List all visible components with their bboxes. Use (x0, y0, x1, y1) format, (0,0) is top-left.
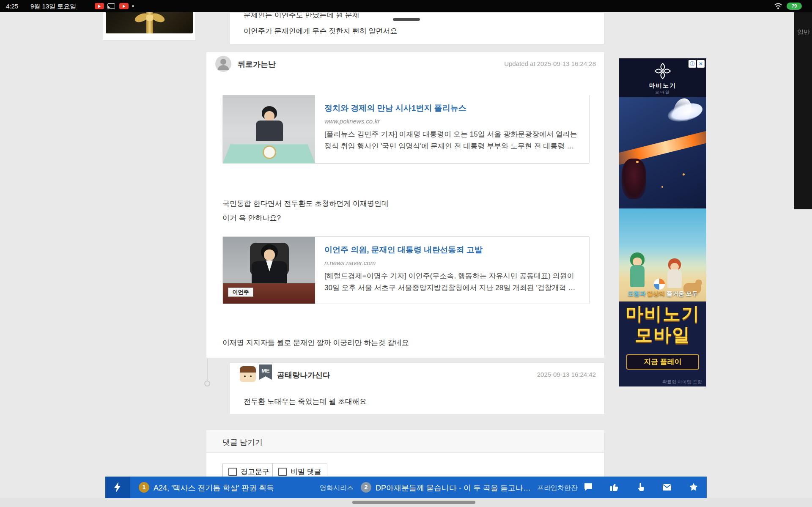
reply-author[interactable]: 곰태랑나가신다 (277, 370, 330, 380)
news-anchor-image (223, 95, 315, 163)
anchor-body-shape (256, 121, 283, 141)
youtube-icon-2[interactable] (119, 3, 129, 9)
avatar[interactable] (215, 56, 231, 72)
ticker-item-2-title[interactable]: DP아재분들께 묻습니다 - 이 두 곡을 듣고나서 ... (376, 483, 532, 493)
ad-banner[interactable]: ⓘ ✕ 마비노기 모바일 (619, 58, 706, 386)
star-icon[interactable] (689, 482, 699, 492)
link-description: [헤럴드경제=이명수 기자] 이언주(무소속, 행동하는 자유시민 공동대표) … (324, 270, 580, 294)
anchor-face-shape (264, 111, 274, 121)
link-title[interactable]: 이언주 의원, 문재인 대통령 내란선동죄 고발 (324, 244, 580, 255)
ad-brand-sub: 모바일 (619, 90, 706, 95)
link-description: [폴리뉴스 김민주 기자] 이재명 대통령이 오는 15일 서울 광화문광장에서… (324, 129, 580, 152)
bottom-bar: 1 A24, '텍사스 전기톱 학살' 판권 획득 영화시리즈 2 DP아재분들… (105, 477, 707, 498)
side-panel: 일반 (794, 12, 812, 209)
warning-checkbox[interactable] (228, 468, 237, 476)
link-url: n.news.naver.com (324, 259, 580, 266)
gift-knot-shape (146, 15, 153, 21)
podium-emblem-shape (263, 145, 276, 159)
previous-comment-card: 문제인는 이언주도 만났는데 뭔 문제 이언주가 문재인에게 무슨 짓한지 뻔히… (229, 12, 605, 44)
me-badge: ME (259, 364, 272, 380)
previous-comment-line2: 이언주가 문재인에게 무슨 짓한지 뻔히 알면서요 (244, 26, 398, 36)
ad-tagline-part2: 일상의 (645, 290, 665, 297)
warrior-silhouette-shape (622, 159, 646, 199)
link-url: www.polinews.co.kr (324, 118, 580, 125)
spark-shape (661, 186, 663, 188)
notification-dot-icon (132, 5, 134, 7)
youtube-icon[interactable] (95, 3, 104, 9)
ticker-item-2-category[interactable]: 프라임차한잔 (537, 484, 578, 493)
spark-shape (636, 161, 639, 163)
person-icon (215, 56, 231, 72)
desk-nameplate: 이언주 (228, 288, 253, 297)
link-preview-polinews[interactable]: 정치와 경제의 만남 시사1번지 폴리뉴스 www.polinews.co.kr… (222, 95, 590, 164)
rank-1-badge: 1 (139, 482, 149, 493)
girl-body-shape (630, 265, 645, 287)
thread-connector-line (207, 359, 208, 381)
comment-paragraph-3: 이재명 지지자들 뭘로 문재인 깔까 이궁리만 하는것 같네요 (222, 338, 409, 348)
status-time: 4:25 (6, 3, 18, 10)
secret-checkbox[interactable] (278, 468, 287, 476)
reply-avatar[interactable] (240, 366, 256, 382)
politician-image: 이언주 (223, 237, 315, 304)
cast-icon[interactable] (107, 3, 115, 9)
gift-image[interactable] (106, 10, 193, 33)
horizontal-scrollbar (0, 498, 812, 507)
link-preview-naver[interactable]: 이언주 이언주 의원, 문재인 대통령 내란선동죄 고발 n.news.nave… (222, 236, 590, 304)
ad-beach-artwork (619, 208, 706, 301)
ad-tagline-part1: 모험과 (628, 290, 645, 297)
horizontal-scrollbar-handle[interactable] (352, 501, 475, 504)
face-shape (264, 249, 275, 260)
ad-title-line1: 마비노기 (619, 302, 706, 326)
battery-indicator: 79 (787, 3, 802, 10)
comment-paragraph-2: 이거 욕 안하나요? (222, 213, 281, 223)
reply-timestamp: 2025-09-13 16:24:42 (537, 371, 596, 378)
comment-updated-timestamp: Updated at 2025-09-13 16:24:28 (504, 60, 596, 67)
comment-card: 뒤로가는난 Updated at 2025-09-13 16:24:28 정치와… (206, 52, 605, 358)
link-preview-body: 이언주 의원, 문재인 대통령 내란선동죄 고발 n.news.naver.co… (315, 237, 589, 304)
link-thumbnail[interactable] (223, 95, 315, 163)
comment-icon[interactable] (583, 482, 593, 492)
link-thumbnail[interactable]: 이언주 (223, 237, 315, 304)
ad-battle-artwork (619, 97, 706, 208)
ticker-item-1-title[interactable]: A24, '텍사스 전기톱 학살' 판권 획득 (154, 483, 274, 493)
comment-author[interactable]: 뒤로가는난 (238, 59, 276, 69)
ad-tagline: 모험과 일상의 즐거움 모두 (619, 290, 706, 298)
link-preview-body: 정치와 경제의 만남 시사1번지 폴리뉴스 www.polinews.co.kr… (315, 95, 589, 163)
previous-post-image-card (103, 8, 196, 41)
girl-face-shape (633, 258, 642, 266)
spark-shape (683, 173, 685, 175)
rank-2-badge: 2 (361, 482, 371, 493)
link-title[interactable]: 정치와 경제의 만남 시사1번지 폴리뉴스 (324, 103, 580, 114)
ad-close-icon[interactable]: ✕ (697, 60, 705, 68)
screen: 4:25 9월 13일 토요일 79 문제인는 이언주도 만났는데 뭔 문제 이… (0, 0, 812, 507)
hot-posts-tile[interactable] (105, 477, 130, 498)
ad-tagline-part3: 즐거움 모두 (665, 290, 698, 297)
previous-comment-line1: 문제인는 이언주도 만났는데 뭔 문제 (244, 12, 359, 20)
wifi-icon (774, 3, 782, 9)
thread-connector-dot (204, 381, 210, 386)
ad-notice: 확률형 아이템 포함 (662, 379, 702, 385)
beach-ball-shape (654, 279, 665, 290)
lightning-icon (112, 482, 123, 493)
ad-badges: ⓘ ✕ (689, 60, 705, 68)
thumbs-up-icon[interactable] (609, 482, 620, 492)
status-date: 9월 13일 토요일 (30, 3, 76, 11)
warning-checkbox-label: 경고문구 (241, 467, 269, 477)
ad-title-line2: 모바일 (619, 323, 706, 347)
hand-icon[interactable] (636, 482, 646, 492)
secret-checkbox-label: 비밀 댓글 (291, 467, 321, 477)
ad-brand-name: 마비노기 (619, 82, 706, 90)
comment-form-title: 댓글 남기기 (222, 437, 263, 447)
reply-text: 전두환 노태우는 죽었는데 뭘 초대해요 (244, 397, 367, 406)
kid-body-shape (667, 269, 682, 288)
ticker-item-1-category[interactable]: 영화시리즈 (320, 484, 354, 493)
ad-info-icon[interactable]: ⓘ (689, 60, 696, 68)
ad-cta-button[interactable]: 지금 플레이 (626, 354, 699, 370)
reply-card: ME 곰태랑나가신다 2025-09-13 16:24:42 전두환 노태우는 … (229, 362, 605, 415)
status-bar: 4:25 9월 13일 토요일 79 (0, 0, 812, 12)
comment-form-header: 댓글 남기기 (206, 430, 604, 453)
side-tab-label[interactable]: 일반 (797, 28, 810, 36)
drag-handle[interactable] (393, 18, 420, 21)
comment-paragraph-1: 국민통합 한다면서 전두환도 초청하던게 이재명인데 (222, 199, 389, 208)
mail-icon[interactable] (662, 482, 672, 492)
